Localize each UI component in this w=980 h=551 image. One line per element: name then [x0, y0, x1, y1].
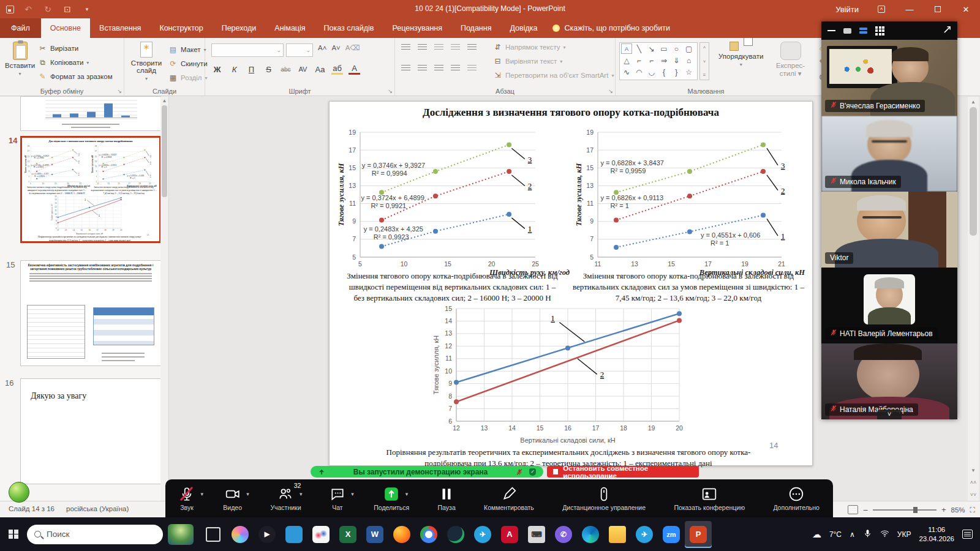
- align-text-button[interactable]: ⊟Вирівняти текст▾: [493, 57, 562, 66]
- align-center-icon[interactable]: [418, 65, 427, 72]
- new-slide-button[interactable]: ∗ Створити слайд▾: [130, 42, 162, 81]
- zoom-toolbar-conf-button[interactable]: Показать конференцию: [674, 486, 745, 511]
- character-spacing-button[interactable]: AV: [297, 66, 309, 73]
- font-name-dropdown[interactable]: ⌄: [211, 43, 284, 57]
- notification-center-icon[interactable]: [962, 530, 973, 539]
- reset-button[interactable]: ⟳Скинути: [168, 59, 208, 68]
- line-shape-icon[interactable]: ╲: [633, 43, 644, 54]
- underline-button[interactable]: П: [246, 65, 257, 74]
- taskbar-app-acrobat[interactable]: A: [496, 521, 523, 548]
- language-indicator[interactable]: російська (Україна): [66, 505, 129, 512]
- sign-in-button[interactable]: Увійти: [827, 0, 867, 18]
- chevron-down-icon[interactable]: ▾: [405, 491, 409, 497]
- tab-показ слайдів[interactable]: Показ слайдів: [315, 18, 383, 38]
- taskbar-app-excel[interactable]: X: [334, 521, 361, 548]
- clear-format-icon[interactable]: А⌫: [345, 43, 360, 52]
- taskbar-app-powerpoint[interactable]: P: [685, 521, 712, 548]
- slide-13-thumbnail[interactable]: [20, 96, 161, 131]
- participant-video-2[interactable]: Микола Ікальчик: [821, 116, 957, 192]
- gallery-strip-icon[interactable]: [859, 28, 867, 34]
- font-color-button[interactable]: А: [349, 64, 360, 75]
- oval-shape-icon[interactable]: ○: [671, 43, 682, 54]
- scrollbar-thumb[interactable]: [970, 107, 977, 236]
- taskbar-app-firefox[interactable]: [388, 521, 415, 548]
- columns-icon[interactable]: [467, 65, 477, 72]
- vertical-scrollbar[interactable]: ▲ ▼ ˄˄ ˅˅: [968, 97, 979, 501]
- chevron-down-icon[interactable]: ▾: [351, 491, 354, 497]
- taskbar-app-task-view[interactable]: [200, 521, 227, 548]
- minimize-button[interactable]: —: [895, 0, 924, 18]
- section-button[interactable]: ▦Розділ▾: [168, 73, 207, 82]
- increase-indent-icon[interactable]: [451, 44, 460, 51]
- previous-slide-button[interactable]: ˄˄: [970, 476, 977, 489]
- collapse-videos-chevron[interactable]: ˅: [877, 410, 902, 419]
- flag-shape-icon[interactable]: ⌂: [684, 55, 695, 66]
- taskbar-app-edge[interactable]: [577, 521, 604, 548]
- clipboard-dialog-launcher[interactable]: ↘: [117, 88, 122, 94]
- zoom-toolbar-mic-button[interactable]: ▾Звук: [179, 486, 195, 511]
- bullets-icon[interactable]: [401, 44, 410, 51]
- ribbon-display-options-button[interactable]: ˄: [867, 0, 895, 18]
- align-left-icon[interactable]: [401, 65, 410, 72]
- close-button[interactable]: ✕: [952, 0, 980, 18]
- taskbar-app-chrome[interactable]: [415, 521, 442, 548]
- arrange-button[interactable]: Упорядкувати▾: [718, 42, 763, 67]
- taskbar-app-keyboard[interactable]: ⌨: [523, 521, 550, 548]
- zoom-slider[interactable]: [873, 509, 937, 511]
- tray-mic-icon[interactable]: [863, 529, 872, 540]
- quick-styles-button[interactable]: Експрес-стилі ▾: [776, 42, 805, 78]
- stop-share-button[interactable]: Остановить совместное использование: [547, 466, 699, 478]
- taskbar-app-viber[interactable]: ✆: [550, 521, 577, 548]
- tell-me-box[interactable]: Скажіть, що потрібно зробити: [552, 18, 670, 38]
- restore-button[interactable]: [924, 0, 952, 18]
- taskbar-app-media-player[interactable]: ▶: [254, 521, 281, 548]
- participant-video-4[interactable]: НАТІ Валерій Лементарьов: [821, 268, 957, 343]
- tab-конструктор[interactable]: Конструктор: [150, 18, 212, 38]
- tab-основне[interactable]: Основне: [41, 18, 90, 38]
- zoom-toolbar-cam-button[interactable]: ▾Видео: [223, 486, 242, 511]
- arrow-shape-icon[interactable]: ↘: [646, 43, 657, 54]
- taskbar-app-word[interactable]: W: [361, 521, 388, 548]
- taskbar-app-photos[interactable]: [281, 521, 307, 548]
- zoom-toolbar-chat-button[interactable]: ▾Чат: [330, 486, 345, 511]
- zoom-in-icon[interactable]: +: [941, 505, 946, 514]
- justify-icon[interactable]: [451, 65, 460, 72]
- taskbar-app-copilot[interactable]: [227, 521, 254, 548]
- scroll-down-icon[interactable]: ▼: [971, 465, 976, 476]
- slide-canvas[interactable]: Дослідження з визначення тягового опору …: [329, 101, 813, 466]
- shapes-gallery[interactable]: A ╲ ↘ ▭ ○ ▢ △ ⌐ ⌐ ⇒ ⇓ ⌂ ∿ ◠ ◡ { } ☆: [619, 42, 698, 80]
- triangle-shape-icon[interactable]: △: [621, 55, 632, 66]
- grow-font-icon[interactable]: А˄: [318, 44, 326, 51]
- right-brace-shape-icon[interactable]: }: [671, 67, 682, 78]
- fit-to-window-icon[interactable]: ⛶: [970, 506, 975, 514]
- decrease-indent-icon[interactable]: [434, 44, 443, 51]
- expand-panel-icon[interactable]: [943, 25, 951, 36]
- chevron-down-icon[interactable]: ▾: [300, 491, 303, 497]
- minimize-videos-icon[interactable]: [827, 30, 835, 31]
- curve-shape-icon[interactable]: ◡: [646, 67, 657, 78]
- slide-14-thumbnail[interactable]: Дослідження з визначення тягового опору …: [20, 136, 161, 243]
- start-button[interactable]: [0, 530, 27, 539]
- zoom-toolbar-ppl-button[interactable]: 32▾Участники: [270, 486, 301, 511]
- next-slide-button[interactable]: ˅˅: [970, 489, 977, 501]
- zoom-toolbar-remote-button[interactable]: Дистанционное управление: [562, 486, 646, 511]
- taskbar-app-telegram-2[interactable]: ✈: [631, 521, 658, 548]
- thumbnail-panel-scrollbar[interactable]: ▲: [160, 97, 168, 501]
- smartart-button[interactable]: ⇲Перетворити на об'єкт SmartArt▾: [493, 71, 614, 80]
- tray-temperature[interactable]: 7°C: [829, 530, 842, 539]
- bold-button[interactable]: Ж: [211, 65, 223, 74]
- textbox-shape-icon[interactable]: A: [621, 43, 632, 54]
- highlight-button[interactable]: аб: [331, 64, 343, 75]
- wifi-icon[interactable]: [880, 529, 889, 540]
- participant-video-1[interactable]: В'ячеслав Герасименко: [821, 40, 957, 116]
- star-shape-icon[interactable]: ☆: [684, 67, 695, 78]
- left-brace-shape-icon[interactable]: {: [658, 67, 669, 78]
- align-right-icon[interactable]: [434, 65, 443, 72]
- zoom-toolbar-pause-button[interactable]: Пауза: [438, 486, 456, 511]
- widgets-weather-thumbnail[interactable]: [168, 524, 194, 545]
- participant-video-5[interactable]: Наталія Майбородіна: [821, 343, 957, 419]
- elbow-arrow-shape-icon[interactable]: ⌐: [646, 55, 657, 66]
- tab-вставлення[interactable]: Вставлення: [90, 18, 150, 38]
- tab-анімація[interactable]: Анімація: [265, 18, 314, 38]
- cloud-weather-icon[interactable]: ☁: [812, 529, 821, 540]
